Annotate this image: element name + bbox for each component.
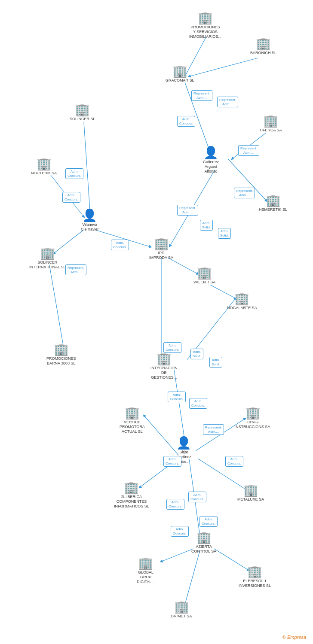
- building-icon: 🏢: [172, 65, 187, 77]
- badge-represent-7[interactable]: Represent.Adm....: [203, 424, 224, 435]
- badge-adm-concurs-10[interactable]: Adm.Concurs.: [166, 499, 184, 510]
- building-icon: 🏢: [156, 353, 172, 365]
- node-label: TIFERCA SA: [259, 128, 282, 133]
- building-icon: 🏢: [196, 532, 212, 544]
- building-icon: 🏢: [54, 343, 69, 355]
- badge-adm-solid-3[interactable]: Adm.Solid.: [190, 349, 203, 359]
- badge-adm-concurs-8[interactable]: Adm.Concurs.: [163, 456, 181, 467]
- building-icon: 🏢: [245, 407, 261, 419]
- copyright: © Empresa: [282, 635, 306, 640]
- node-label: PROMOCIONES BARNA 3003 SL: [46, 356, 76, 366]
- badge-adm-concurs-5[interactable]: Adm.Concurs.: [163, 342, 181, 353]
- node-label: SOLINCER SL: [70, 117, 95, 122]
- network-diagram: 🏢 PROMOCIONES Y SERVICIOS INMOBILIARIOS.…: [0, 0, 313, 644]
- badge-adm-concurs-6[interactable]: Adm.Concurs.: [168, 392, 186, 402]
- node-gutierrez[interactable]: 👤 Gutierrez Argued Alfonso: [203, 147, 219, 173]
- node-label: VERTICE PROMOTORA ACTUAL SL: [120, 420, 145, 434]
- badge-represent-1[interactable]: Represent.Adm....: [191, 90, 212, 101]
- badge-adm-concurs-2[interactable]: Adm.Concurs.: [65, 168, 83, 179]
- person-icon: 👤: [203, 147, 218, 159]
- svg-line-4: [84, 122, 90, 216]
- node-label: CRAG NSTRUCCIONS SA: [236, 420, 270, 429]
- building-icon: 🏢: [243, 484, 258, 496]
- node-eleresol[interactable]: 🏢 ELERESOL 1 INVERSIONES SL: [239, 566, 271, 588]
- node-label: GLOBAL GRUP DIGITAL...: [137, 570, 155, 584]
- node-label: BRIMET SA: [171, 614, 192, 619]
- building-icon: 🏢: [75, 104, 90, 116]
- badge-adm-solid-4[interactable]: Adm.Solid.: [209, 357, 222, 368]
- node-vilanova[interactable]: 👤 Vilanova Cle Xavier: [81, 210, 99, 232]
- badge-adm-concurs-7[interactable]: Adm.Concurs.: [189, 398, 207, 409]
- node-label: BARONICH SL: [250, 51, 276, 55]
- node-label: INTEGRACION DE GESTIONES...: [150, 366, 178, 380]
- badge-adm-concurs-11[interactable]: Adm.Concurs.: [225, 456, 243, 467]
- badge-represent-3[interactable]: Represent.Adm....: [238, 145, 259, 156]
- node-label: NOGALARTE SA: [227, 306, 257, 310]
- building-icon: 🏢: [125, 407, 140, 419]
- svg-line-21: [161, 549, 193, 562]
- badge-adm-concurs-3[interactable]: Adm.Concurs.: [62, 192, 80, 203]
- node-nogalarte[interactable]: 🏢 NOGALARTE SA: [227, 293, 257, 310]
- building-icon: 🏢: [138, 557, 153, 569]
- building-icon: 🏢: [124, 482, 139, 494]
- node-promo-barna[interactable]: 🏢 PROMOCIONES BARNA 3003 SL: [46, 343, 76, 366]
- node-integracion[interactable]: 🏢 INTEGRACION DE GESTIONES...: [150, 353, 178, 380]
- badge-represent-4[interactable]: Represent.Adm....: [234, 188, 255, 198]
- building-icon: 🏢: [247, 566, 262, 578]
- badge-adm-concurs-12[interactable]: Adm.Concurs.: [199, 516, 218, 527]
- badge-adm-concurs-13[interactable]: Adm.Concurs.: [171, 526, 189, 537]
- building-icon: 🏢: [40, 247, 55, 259]
- node-azierta[interactable]: 🏢 AZIERTA CONTROL SA: [191, 532, 216, 554]
- building-icon: 🏢: [174, 601, 189, 613]
- node-metaluxe[interactable]: 🏢 METALUXE SA: [237, 484, 264, 502]
- node-promo-serv[interactable]: 🏢 PROMOCIONES Y SERVICIOS INMOBILIARIOS.…: [189, 12, 221, 39]
- node-nouterm[interactable]: 🏢 NOUTERM SA: [31, 158, 57, 176]
- node-label: VALENTI SA: [193, 280, 215, 285]
- node-brimet[interactable]: 🏢 BRIMET SA: [171, 601, 192, 619]
- node-2l-iberica[interactable]: 🏢 2L IBERICA COMPONENTES INFORMATICOS SL: [114, 482, 149, 508]
- node-solincer-intl[interactable]: 🏢 SOLINCER INTERNATIONAL SL: [29, 247, 66, 270]
- node-label: PROMOCIONES Y SERVICIOS INMOBILIARIOS...: [189, 25, 221, 39]
- building-icon-red: 🏢: [154, 238, 169, 250]
- badge-adm-concurs-1[interactable]: Adm.Concurs.: [177, 116, 195, 127]
- svg-line-14: [174, 370, 185, 441]
- node-global-grup[interactable]: 🏢 GLOBAL GRUP DIGITAL...: [137, 557, 155, 584]
- badge-adm-concurs-4[interactable]: Adm.Concurs.: [111, 240, 129, 250]
- node-label: Vilanova Cle Xavier: [81, 222, 99, 232]
- svg-line-16: [144, 416, 178, 455]
- badge-adm-concurs-9[interactable]: Adm.Concurs.: [188, 492, 206, 502]
- building-icon: 🏢: [266, 194, 281, 207]
- node-valenti[interactable]: 🏢 VALENTI SA: [193, 267, 215, 285]
- node-label: HEMERETIK SL: [259, 207, 287, 212]
- person-icon: 👤: [176, 437, 191, 449]
- building-icon: 🏢: [198, 12, 213, 24]
- node-label: ELERESOL 1 INVERSIONES SL: [239, 579, 271, 588]
- node-label: SOLINCER INTERNATIONAL SL: [29, 260, 66, 270]
- node-tiferca[interactable]: 🏢 TIFERCA SA: [259, 115, 282, 133]
- badge-adm-solid-1[interactable]: Adm.Solid.: [200, 220, 213, 231]
- building-icon: 🏢: [197, 267, 212, 279]
- node-label: AZIERTA CONTROL SA: [191, 544, 216, 554]
- badge-represent-6[interactable]: Represent.Adm....: [65, 264, 86, 275]
- node-hemeretik[interactable]: 🏢 HEMERETIK SL: [259, 194, 287, 212]
- badge-represent-5[interactable]: Represent.Adm....: [177, 205, 198, 216]
- node-label: METALUXE SA: [237, 497, 264, 502]
- node-solincer[interactable]: 🏢 SOLINCER SL: [70, 104, 95, 122]
- svg-line-23: [185, 550, 200, 605]
- building-icon: 🏢: [234, 293, 249, 305]
- node-label: NOUTERM SA: [31, 171, 57, 176]
- node-ipd-improda[interactable]: 🏢 IPD IMPRODA SA: [149, 238, 173, 260]
- node-gracomar[interactable]: 🏢 GRACOMAR SL: [166, 65, 194, 83]
- node-crag[interactable]: 🏢 CRAG NSTRUCCIONS SA: [236, 407, 270, 429]
- node-label: 2L IBERICA COMPONENTES INFORMATICOS SL: [114, 495, 149, 508]
- building-icon: 🏢: [256, 38, 271, 50]
- badge-represent-2[interactable]: Represent.Adm....: [217, 97, 238, 107]
- svg-line-1: [189, 58, 258, 76]
- node-vertice[interactable]: 🏢 VERTICE PROMOTORA ACTUAL SL: [120, 407, 145, 434]
- node-label: IPD IMPRODA SA: [149, 251, 173, 260]
- building-icon: 🏢: [263, 115, 278, 127]
- person-icon: 👤: [82, 210, 97, 222]
- node-baronich[interactable]: 🏢 BARONICH SL: [250, 38, 276, 55]
- badge-adm-solid-2[interactable]: Adm.Solid.: [218, 228, 231, 239]
- building-icon: 🏢: [37, 158, 52, 170]
